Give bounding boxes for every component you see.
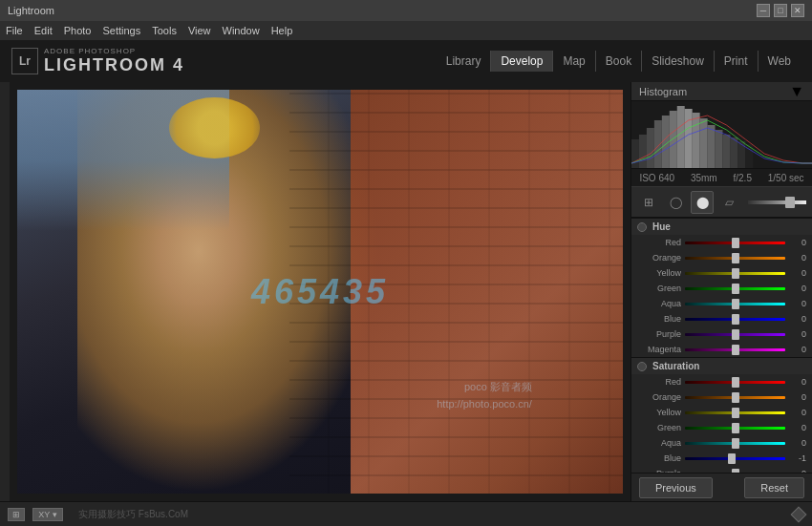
brick-texture-overlay (289, 90, 623, 494)
menu-settings[interactable]: Settings (102, 25, 140, 36)
sat-purple-row: Purple 0 (631, 466, 812, 473)
logo-title: LIGHTROOM 4 (44, 55, 184, 75)
sat-green-label: Green (637, 423, 681, 432)
hue-green-thumb[interactable] (732, 284, 739, 294)
hue-orange-track[interactable] (685, 257, 785, 260)
bottom-bar: ⊞ XY ▾ 实用摄影技巧 FsBus.CoM (0, 501, 812, 526)
tab-book[interactable]: Book (595, 51, 641, 72)
tool-slider[interactable] (748, 200, 806, 204)
minimize-button[interactable]: ─ (757, 4, 770, 17)
hue-red-value: 0 (789, 238, 806, 247)
sat-blue-thumb[interactable] (728, 453, 736, 464)
histogram-label: Histogram (639, 86, 687, 97)
tab-develop[interactable]: Develop (490, 51, 552, 72)
hue-toggle[interactable] (637, 222, 647, 232)
maximize-button[interactable]: □ (774, 4, 787, 17)
menu-window[interactable]: Window (223, 25, 260, 36)
hue-blue-thumb[interactable] (732, 314, 739, 325)
sat-orange-thumb[interactable] (732, 392, 739, 403)
hue-aqua-track[interactable] (685, 303, 785, 305)
histogram-svg (631, 101, 812, 168)
sat-green-track[interactable] (685, 427, 785, 430)
photo-flowers (169, 97, 260, 158)
logo-area: Lr ADOBE PHOTOSHOP LIGHTROOM 4 (11, 47, 184, 75)
hue-blue-track[interactable] (685, 318, 785, 321)
menu-file[interactable]: File (6, 25, 23, 36)
sat-red-thumb[interactable] (732, 377, 739, 388)
view-mode-icon[interactable]: ⊞ (8, 508, 25, 521)
histogram-arrow: ▼ (789, 83, 804, 100)
previous-button[interactable]: Previous (639, 477, 713, 498)
svg-rect-9 (700, 118, 708, 168)
grid-tool-icon[interactable]: ⊞ (637, 191, 660, 214)
hue-purple-thumb[interactable] (732, 329, 739, 340)
hue-red-track[interactable] (685, 242, 785, 244)
camera-info: ISO 640 35mm f/2.5 1/50 sec (631, 168, 812, 187)
sat-blue-row: Blue -1 (631, 451, 812, 466)
sat-red-track[interactable] (685, 381, 785, 384)
sat-aqua-track[interactable] (685, 442, 785, 445)
tab-map[interactable]: Map (552, 51, 594, 72)
hue-magenta-label: Magenta (637, 345, 681, 354)
sat-green-row: Green 0 (631, 420, 812, 435)
sat-blue-track[interactable] (685, 457, 785, 460)
hue-red-thumb[interactable] (732, 238, 739, 248)
sat-yellow-thumb[interactable] (732, 408, 739, 418)
nav-tabs: Library Develop Map Book Slideshow Print… (437, 51, 801, 72)
svg-rect-5 (670, 111, 677, 168)
svg-rect-6 (677, 106, 685, 168)
hue-yellow-thumb[interactable] (732, 268, 739, 279)
svg-rect-7 (685, 109, 693, 168)
sat-purple-thumb[interactable] (732, 469, 739, 473)
hue-magenta-thumb[interactable] (732, 345, 739, 355)
hue-purple-track[interactable] (685, 333, 785, 336)
menu-photo[interactable]: Photo (64, 25, 92, 36)
header: Lr ADOBE PHOTOSHOP LIGHTROOM 4 Library D… (0, 40, 812, 82)
hue-green-track[interactable] (685, 287, 785, 290)
iso-info: ISO 640 (639, 173, 674, 183)
menu-help[interactable]: Help (271, 25, 293, 36)
aperture-info: f/2.5 (733, 173, 751, 183)
tab-library[interactable]: Library (437, 51, 491, 72)
brush-tool-icon[interactable]: ▱ (717, 191, 740, 214)
hue-orange-thumb[interactable] (732, 253, 739, 263)
main-content: 465435 poco 影音者频 http://photo.poco.cn/ H… (0, 82, 812, 501)
zoom-icon[interactable]: XY ▾ (32, 508, 63, 521)
menu-view[interactable]: View (188, 25, 211, 36)
histogram-header[interactable]: Histogram ▼ (631, 82, 812, 101)
hue-yellow-track[interactable] (685, 272, 785, 275)
tab-slideshow[interactable]: Slideshow (641, 51, 714, 72)
close-button[interactable]: ✕ (791, 4, 804, 17)
sat-yellow-value: 0 (789, 408, 806, 417)
tool-slider-thumb (785, 197, 795, 208)
sat-purple-track[interactable] (685, 473, 785, 473)
saturation-section-label: Saturation (652, 361, 699, 371)
tab-web[interactable]: Web (758, 51, 801, 72)
hue-green-value: 0 (789, 284, 806, 293)
sat-orange-value: 0 (789, 392, 806, 402)
hue-green-row: Green 0 (631, 281, 812, 296)
filmstrip-toggle[interactable] (791, 506, 807, 522)
svg-rect-11 (716, 130, 723, 168)
sat-orange-track[interactable] (685, 396, 785, 399)
tab-print[interactable]: Print (714, 51, 758, 72)
reset-button[interactable]: Reset (744, 477, 804, 498)
sat-red-label: Red (637, 377, 681, 387)
adjust-tool-icon[interactable]: ⬤ (691, 191, 714, 214)
sat-yellow-track[interactable] (685, 411, 785, 414)
menu-edit[interactable]: Edit (34, 25, 53, 36)
logo-text-area: ADOBE PHOTOSHOP LIGHTROOM 4 (44, 47, 184, 75)
hue-purple-value: 0 (789, 329, 806, 339)
saturation-toggle[interactable] (637, 362, 647, 371)
svg-rect-13 (730, 137, 737, 168)
hue-section-header[interactable]: Hue (631, 218, 812, 235)
sat-aqua-thumb[interactable] (732, 438, 739, 449)
sat-green-thumb[interactable] (732, 423, 739, 433)
menu-tools[interactable]: Tools (152, 25, 177, 36)
hue-magenta-track[interactable] (685, 348, 785, 351)
sat-aqua-label: Aqua (637, 438, 681, 448)
crop-tool-icon[interactable]: ◯ (664, 191, 687, 214)
saturation-section-header[interactable]: Saturation (631, 357, 812, 374)
hue-aqua-thumb[interactable] (732, 299, 739, 309)
panel-content[interactable]: Hue Red 0 Orange 0 Yellow (631, 218, 812, 473)
